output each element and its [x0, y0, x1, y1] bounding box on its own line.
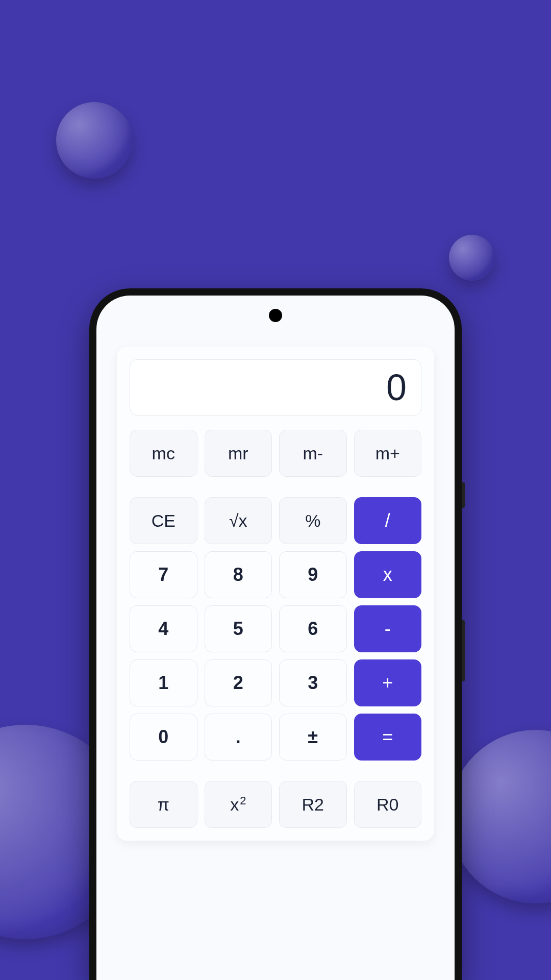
sign-toggle-button[interactable]: ± [279, 714, 347, 761]
multiply-button[interactable]: x [354, 551, 422, 598]
pi-button[interactable]: π [130, 781, 197, 828]
decimal-point-button[interactable]: . [205, 714, 272, 761]
digit-3-button[interactable]: 3 [279, 659, 347, 706]
key-label: R2 [302, 795, 324, 815]
digit-6-button[interactable]: 6 [279, 605, 347, 652]
key-label: R0 [377, 795, 398, 815]
key-label: 3 [308, 672, 318, 694]
key-label: 7 [158, 564, 168, 585]
memory-clear-button[interactable]: mc [130, 430, 197, 477]
key-label: ± [308, 726, 318, 748]
divide-button[interactable]: / [354, 497, 422, 544]
key-label: 9 [308, 564, 318, 585]
key-label: mc [152, 444, 175, 463]
key-label: π [158, 795, 169, 815]
round-0-button[interactable]: R0 [354, 781, 422, 828]
key-label: 8 [233, 564, 243, 585]
key-label: x2 [230, 794, 246, 815]
digit-5-button[interactable]: 5 [205, 605, 272, 652]
digit-2-button[interactable]: 2 [205, 659, 272, 706]
plus-button[interactable]: + [354, 659, 422, 706]
key-label: . [236, 726, 241, 748]
minus-button[interactable]: - [354, 605, 422, 652]
key-label: 0 [158, 726, 168, 748]
digit-7-button[interactable]: 7 [130, 551, 197, 598]
phone-screen: 0 mc mr m- m+ CE √x % / 7 8 9 x 4 5 6 - [96, 296, 455, 980]
memory-minus-button[interactable]: m- [279, 430, 347, 477]
phone-frame: 0 mc mr m- m+ CE √x % / 7 8 9 x 4 5 6 - [89, 288, 462, 980]
decorative-bubble [56, 102, 133, 179]
display-value: 0 [386, 366, 407, 408]
key-label: = [382, 726, 393, 748]
memory-recall-button[interactable]: mr [205, 430, 272, 477]
calculator-display: 0 [130, 359, 421, 415]
decorative-bubble [449, 235, 495, 281]
digit-1-button[interactable]: 1 [130, 659, 197, 706]
sqrt-button[interactable]: √x [205, 497, 272, 544]
key-label: % [305, 511, 320, 531]
round-2-button[interactable]: R2 [279, 781, 347, 828]
decorative-bubble [449, 730, 551, 903]
phone-side-button [462, 620, 465, 681]
digit-8-button[interactable]: 8 [205, 551, 272, 598]
digit-0-button[interactable]: 0 [130, 714, 197, 761]
calculator-keypad: mc mr m- m+ CE √x % / 7 8 9 x 4 5 6 - 1 … [130, 430, 421, 828]
key-label: + [382, 672, 393, 694]
key-label: m- [303, 444, 323, 463]
digit-9-button[interactable]: 9 [279, 551, 347, 598]
digit-4-button[interactable]: 4 [130, 605, 197, 652]
key-label: CE [152, 511, 176, 531]
key-label: x [383, 564, 392, 585]
phone-side-button [462, 482, 465, 508]
key-label: - [385, 618, 391, 640]
key-label: √x [229, 511, 247, 531]
key-label: m+ [375, 444, 400, 463]
memory-plus-button[interactable]: m+ [354, 430, 422, 477]
equals-button[interactable]: = [354, 714, 422, 761]
camera-notch-icon [269, 309, 282, 322]
square-button[interactable]: x2 [205, 781, 272, 828]
key-label: 1 [158, 672, 168, 694]
key-label: / [385, 510, 390, 531]
key-label: 4 [158, 618, 168, 640]
key-label: 6 [308, 618, 318, 640]
key-label: 5 [233, 618, 243, 640]
percent-button[interactable]: % [279, 497, 347, 544]
calculator-panel: 0 mc mr m- m+ CE √x % / 7 8 9 x 4 5 6 - [117, 347, 434, 841]
key-label: mr [228, 444, 248, 463]
clear-entry-button[interactable]: CE [130, 497, 197, 544]
key-label: 2 [233, 672, 243, 694]
